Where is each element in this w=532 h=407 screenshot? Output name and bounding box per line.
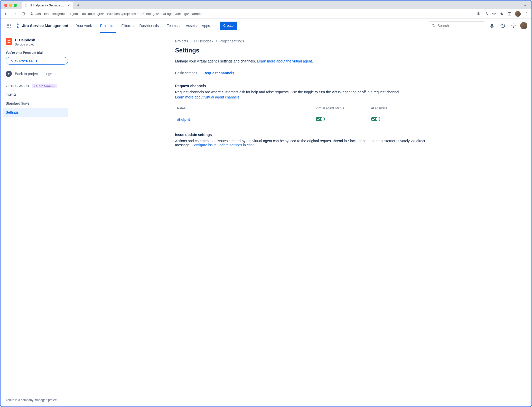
svg-rect-19	[9, 40, 10, 41]
window-controls[interactable]	[3, 4, 17, 7]
svg-point-13	[10, 27, 11, 28]
virtual-agent-status-toggle[interactable]	[316, 117, 325, 121]
create-button[interactable]: Create	[220, 22, 237, 30]
browser-back-button[interactable]	[3, 11, 9, 17]
trial-days-pill[interactable]: 59 DAYS LEFT	[6, 57, 68, 65]
browser-tab-strip: IT Helpdesk - Settings - Servic ✕	[1, 1, 531, 9]
table-row: #help-it	[175, 113, 427, 126]
svg-point-12	[8, 27, 9, 28]
breadcrumb-separator: /	[216, 39, 217, 43]
window-minimize-dot[interactable]	[9, 4, 12, 7]
project-avatar-icon	[6, 38, 12, 45]
svg-point-8	[7, 25, 8, 26]
configure-issue-update-link[interactable]: Configure issue update settings in chat	[192, 143, 254, 147]
breadcrumb-link[interactable]: Projects	[175, 39, 188, 43]
sidebar-item-intents[interactable]: Intents	[3, 90, 68, 99]
early-access-badge: EARLY ACCESS	[32, 84, 57, 88]
primary-nav-items: Your work⌄Projects⌄Filters⌄Dashboards⌄Te…	[74, 19, 215, 33]
product-logo-link[interactable]: Jira Service Management	[15, 23, 68, 29]
nav-item-filters[interactable]: Filters⌄	[119, 19, 136, 33]
nav-item-label: Assets	[186, 24, 197, 28]
new-tab-button[interactable]	[75, 2, 82, 9]
chevron-down-icon: ⌄	[93, 24, 95, 27]
svg-rect-21	[9, 42, 10, 43]
table-column-header: AI answers	[369, 104, 427, 113]
tab-basic-settings[interactable]: Basic settings	[175, 69, 197, 78]
sidepanel-icon[interactable]	[507, 12, 511, 16]
tab-request-channels[interactable]: Request channels	[203, 69, 234, 78]
browser-tab-title: IT Helpdesk - Settings - Servic	[30, 4, 65, 7]
window-zoom-dot[interactable]	[14, 4, 17, 7]
lock-icon	[30, 12, 33, 16]
app-switcher-button[interactable]	[5, 22, 13, 30]
gear-icon	[511, 23, 516, 28]
tab-close-icon[interactable]: ✕	[67, 4, 70, 7]
chevron-down-icon: ⌄	[132, 24, 134, 27]
project-subtitle: Service project	[15, 43, 35, 46]
sidebar-item-settings[interactable]: Settings	[3, 108, 68, 117]
learn-more-virtual-agent-link[interactable]: Learn more about the virtual agent	[257, 59, 312, 63]
text-zoom-icon[interactable]	[477, 12, 481, 16]
project-header: IT Helpdesk Service project	[3, 38, 68, 49]
back-to-project-settings[interactable]: Back to project settings	[3, 69, 68, 79]
nav-item-assets[interactable]: Assets	[184, 19, 199, 33]
search-input[interactable]	[437, 24, 482, 28]
browser-reload-button[interactable]	[20, 11, 26, 17]
nav-item-your-work[interactable]: Your work⌄	[74, 19, 97, 33]
help-button[interactable]	[499, 22, 507, 30]
settings-button[interactable]	[509, 22, 518, 30]
tab-overflow-button[interactable]	[523, 4, 529, 7]
page-title: Settings	[175, 47, 427, 54]
chevron-down-icon: ⌄	[211, 24, 213, 27]
breadcrumb-link[interactable]: IT Helpdesk	[194, 39, 213, 43]
svg-point-4	[526, 15, 527, 15]
learn-more-channels-link[interactable]: Learn more about virtual agent channels	[175, 95, 240, 99]
browser-tab[interactable]: IT Helpdesk - Settings - Servic ✕	[22, 2, 73, 9]
nav-item-dashboards[interactable]: Dashboards⌄	[137, 19, 164, 33]
back-label: Back to project settings	[15, 72, 52, 76]
request-channels-table: NameVirtual agent statusAI answers #help…	[175, 104, 427, 126]
sidebar-item-standard-flows[interactable]: Standard flows	[3, 99, 68, 108]
table-column-header: Virtual agent status	[314, 104, 369, 113]
nav-right-group	[429, 21, 527, 30]
svg-point-6	[8, 24, 9, 24]
sparkle-icon	[10, 59, 13, 63]
plus-icon	[77, 4, 80, 7]
request-channels-heading: Request channels	[175, 84, 427, 88]
jira-favicon-icon	[24, 4, 28, 7]
chevron-down-icon: ⌄	[114, 24, 116, 27]
svg-rect-18	[8, 40, 9, 41]
nav-item-label: Projects	[100, 24, 113, 28]
user-avatar[interactable]	[520, 22, 527, 29]
channel-link[interactable]: #help-it	[177, 117, 190, 122]
kebab-icon[interactable]	[524, 12, 528, 16]
arrow-left-icon	[3, 12, 8, 16]
premium-trial-label: You're on a Premium trial	[3, 49, 68, 56]
svg-rect-1	[508, 12, 511, 15]
nav-item-apps[interactable]: Apps⌄	[200, 19, 215, 33]
profile-avatar-icon[interactable]	[515, 11, 521, 17]
svg-point-2	[526, 12, 527, 13]
nav-item-label: Filters	[121, 24, 131, 28]
nav-item-projects[interactable]: Projects⌄	[98, 19, 118, 33]
share-icon[interactable]	[484, 12, 488, 16]
breadcrumb-link[interactable]: Project settings	[219, 39, 244, 43]
nav-item-label: Teams	[167, 24, 178, 28]
window-close-dot[interactable]	[4, 4, 7, 7]
notifications-button[interactable]	[488, 22, 496, 30]
extensions-icon[interactable]	[500, 12, 504, 16]
nav-item-label: Your work	[76, 24, 92, 28]
nav-item-teams[interactable]: Teams⌄	[165, 19, 183, 33]
browser-forward-button[interactable]	[11, 11, 17, 17]
address-bar[interactable]: atlassian-intelligence-for-jsm.atlassian…	[29, 12, 474, 16]
product-name: Jira Service Management	[22, 23, 68, 28]
browser-chrome: IT Helpdesk - Settings - Servic ✕ atlass…	[1, 1, 531, 19]
project-sidebar: IT Helpdesk Service project You're on a …	[1, 33, 70, 406]
ai-answers-toggle[interactable]	[371, 117, 380, 121]
sidebar-footer-text: You're in a company-managed project	[3, 396, 68, 404]
global-search[interactable]	[429, 21, 485, 30]
issue-update-description: Actions and comments on issues created b…	[175, 139, 427, 147]
svg-point-3	[526, 14, 527, 14]
svg-rect-20	[8, 42, 9, 43]
star-icon[interactable]	[492, 12, 496, 16]
